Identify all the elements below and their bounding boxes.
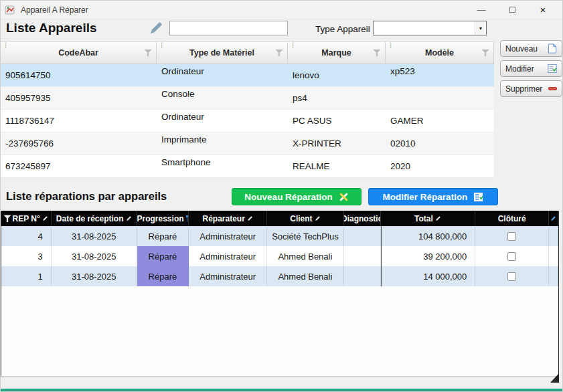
appareil-row[interactable]: 673245897 Smartphone REALME 2020 (1, 155, 494, 178)
cloture-checkbox[interactable] (507, 232, 516, 241)
cell-marque[interactable]: REALME (288, 155, 386, 177)
cell-modele[interactable]: xp523 (386, 64, 494, 86)
cell-type-materiel[interactable]: Imprimante (157, 132, 288, 155)
cell-reparateur[interactable]: Administrateur (189, 266, 267, 286)
appareil-search-input[interactable] (169, 21, 288, 35)
column-header-progression[interactable]: Progression (137, 211, 189, 226)
cell-cloture[interactable] (475, 246, 549, 266)
appareil-row[interactable]: 905614750 Ordinateur lenovo xp523 (1, 64, 494, 87)
cell-cloture[interactable] (475, 266, 549, 286)
cell-progression[interactable]: Réparé (137, 246, 189, 266)
close-button[interactable]: × (528, 4, 558, 15)
cell-total[interactable]: 39 200,000 (381, 246, 476, 266)
cell-progression[interactable]: Réparé (137, 226, 189, 246)
cell-marque[interactable]: X-PRINTER (288, 132, 386, 155)
cell-total[interactable]: 104 800,000 (381, 226, 476, 246)
cell-codeabar[interactable]: 1118736147 (1, 110, 157, 132)
row-filter-icon[interactable] (3, 215, 11, 222)
cell-edit[interactable] (549, 266, 558, 286)
nouveau-reparation-label: Nouveau Réparation (244, 192, 332, 202)
cell-codeabar[interactable]: 405957935 (1, 87, 157, 109)
cell-type-materiel[interactable]: Ordinateur (157, 110, 288, 132)
cell-client[interactable]: Ahmed Benali (267, 266, 344, 286)
cell-client[interactable]: Société TechPlus (267, 226, 344, 246)
modifier-button-label: Modifier (505, 64, 534, 74)
reparation-row[interactable]: 1 31-08-2025 Réparé Administrateur Ahmed… (1, 266, 558, 286)
appareil-row[interactable]: 1118736147 Ordinateur PC ASUS GAMER (1, 110, 494, 132)
cell-client[interactable]: Ahmed Benali (267, 246, 344, 266)
cell-date-reception[interactable]: 31-08-2025 (52, 266, 137, 286)
column-header-cloture[interactable]: Clôturé (475, 211, 549, 226)
appareil-row[interactable]: 405957935 Console ps4 (1, 87, 494, 110)
column-header-codeabar[interactable]: ⋮ CodeAbar (1, 42, 157, 64)
cell-reparateur[interactable]: Administrateur (189, 226, 267, 246)
filter-icon[interactable] (373, 50, 381, 57)
cell-codeabar[interactable]: 673245897 (1, 155, 157, 177)
nouveau-reparation-button[interactable]: Nouveau Réparation (232, 188, 361, 205)
cell-marque[interactable]: lenovo (288, 64, 386, 86)
cell-modele[interactable]: GAMER (386, 110, 494, 132)
modifier-button[interactable]: Modifier (500, 60, 562, 77)
window-title: Appareil A Réparer (21, 5, 88, 15)
cell-diagnostic[interactable] (344, 226, 381, 246)
cell-diagnostic[interactable] (344, 266, 381, 286)
type-appareil-select[interactable]: ▼ (373, 21, 487, 35)
cloture-checkbox[interactable] (507, 252, 516, 261)
cell-codeabar[interactable]: -237695766 (1, 132, 157, 155)
column-drag-dots: ⋮ (290, 42, 296, 49)
cell-edit[interactable] (549, 246, 558, 266)
cell-marque[interactable]: ps4 (288, 87, 386, 109)
reparation-row[interactable]: 3 31-08-2025 Réparé Administrateur Ahmed… (1, 246, 558, 266)
tools-icon (339, 192, 349, 202)
column-header-diagnostic[interactable]: Diagnostic (344, 211, 381, 226)
cell-modele[interactable]: 2020 (386, 155, 494, 177)
cell-rep-n[interactable]: 4 (1, 226, 52, 246)
reparation-row[interactable]: 4 31-08-2025 Réparé Administrateur Socié… (1, 226, 558, 246)
column-header-client[interactable]: Client (267, 211, 344, 226)
modifier-reparation-button[interactable]: Modifier Réparation (368, 188, 498, 205)
cell-rep-n[interactable]: 3 (1, 246, 52, 266)
cell-type-materiel[interactable]: Console (157, 87, 288, 109)
cell-cloture[interactable] (475, 226, 549, 246)
filter-icon[interactable] (481, 50, 489, 57)
minimize-button[interactable]: — (466, 5, 497, 15)
cell-type-materiel[interactable]: Ordinateur (157, 64, 288, 86)
titlebar: Appareil A Réparer — × (1, 1, 562, 19)
cell-total[interactable]: 14 000,000 (381, 266, 476, 286)
cell-rep-n[interactable]: 1 (1, 266, 52, 286)
reparations-grid-header: REP N° Date de réception Progression Rép… (1, 211, 558, 226)
column-header-type-materiel[interactable]: ⋮ Type de Matériel (157, 42, 288, 64)
column-header-rep-n[interactable]: REP N° (1, 211, 52, 226)
cell-diagnostic[interactable] (344, 246, 381, 266)
appareil-actions: Nouveau Modifier Supprimer (500, 40, 562, 97)
cell-marque[interactable]: PC ASUS (288, 110, 386, 132)
checklist-icon (473, 192, 483, 202)
filter-icon[interactable] (275, 50, 283, 57)
supprimer-button[interactable]: Supprimer (500, 80, 562, 97)
edit-icon (126, 215, 132, 221)
column-header-marque[interactable]: ⋮ Marque (288, 42, 386, 64)
cell-type-materiel[interactable]: Smartphone (157, 155, 288, 177)
cell-date-reception[interactable]: 31-08-2025 (52, 226, 137, 246)
cell-modele[interactable] (386, 87, 494, 109)
filter-icon[interactable] (144, 50, 152, 57)
column-header-date-reception[interactable]: Date de réception (52, 211, 137, 226)
cloture-checkbox[interactable] (507, 272, 516, 281)
dropdown-arrow-icon[interactable]: ▼ (475, 21, 486, 35)
app-window: Appareil A Réparer — × Liste Appareils T… (0, 0, 563, 392)
cell-progression[interactable]: Réparé (137, 266, 189, 286)
nouveau-button[interactable]: Nouveau (500, 40, 562, 57)
window-controls: — × (466, 4, 558, 15)
column-header-total[interactable]: Total (381, 211, 476, 226)
column-header-reparateur[interactable]: Réparateur (189, 211, 267, 226)
cell-modele[interactable]: 02010 (386, 132, 494, 155)
filter-icon-progression[interactable] (186, 215, 189, 222)
column-header-edit[interactable] (549, 211, 558, 226)
cell-date-reception[interactable]: 31-08-2025 (52, 246, 137, 266)
cell-reparateur[interactable]: Administrateur (189, 246, 267, 266)
cell-codeabar[interactable]: 905614750 (1, 64, 157, 86)
column-header-modele[interactable]: ⋮ Modèle (386, 42, 494, 64)
maximize-button[interactable] (497, 5, 528, 15)
appareil-row[interactable]: -237695766 Imprimante X-PRINTER 02010 (1, 132, 494, 155)
cell-edit[interactable] (549, 226, 558, 246)
